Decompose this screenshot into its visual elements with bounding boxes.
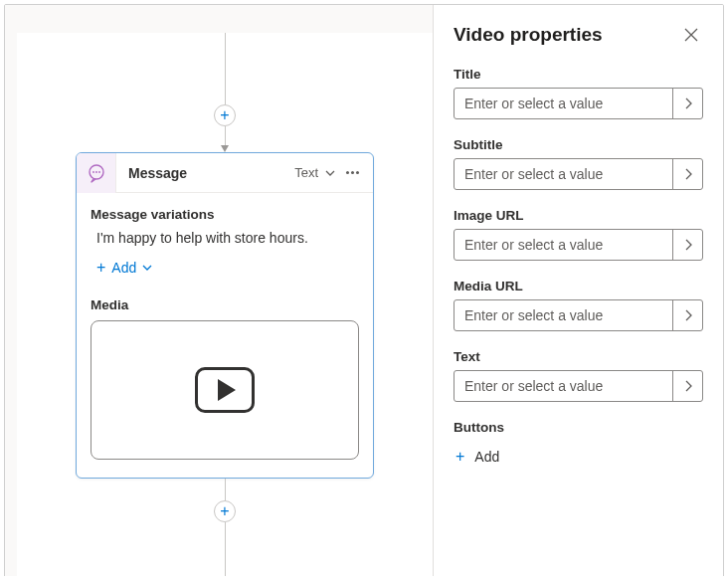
mode-label[interactable]: Text bbox=[294, 165, 318, 180]
node-body: Message variations I'm happy to help wit… bbox=[77, 193, 373, 478]
panel-title: Video properties bbox=[454, 24, 603, 46]
picker-button-media-url[interactable] bbox=[672, 300, 702, 330]
node-header: Message Text bbox=[77, 153, 373, 193]
chevron-right-icon bbox=[684, 97, 692, 109]
connector-line bbox=[225, 33, 226, 104]
node-title: Message bbox=[116, 165, 294, 181]
input-text[interactable] bbox=[455, 371, 672, 401]
close-icon bbox=[684, 28, 698, 42]
input-title[interactable] bbox=[455, 89, 672, 118]
panel-header: Video properties bbox=[454, 23, 703, 47]
plus-icon: + bbox=[96, 260, 105, 276]
arrowhead-icon bbox=[221, 145, 229, 152]
picker-button-image-url[interactable] bbox=[672, 230, 702, 260]
add-variation-button[interactable]: + Add bbox=[91, 260, 152, 276]
connector-line bbox=[225, 522, 226, 579]
field-label-title: Title bbox=[454, 67, 703, 82]
field-label-subtitle: Subtitle bbox=[454, 137, 703, 152]
more-menu-button[interactable] bbox=[342, 167, 363, 178]
input-wrap-title[interactable] bbox=[454, 88, 703, 119]
plus-icon: + bbox=[220, 503, 229, 519]
chevron-right-icon bbox=[684, 380, 692, 392]
properties-panel: Video properties Title Subtitle bbox=[433, 5, 723, 579]
chevron-right-icon bbox=[684, 168, 692, 180]
canvas-surface[interactable]: + bbox=[17, 33, 433, 579]
svg-point-2 bbox=[95, 171, 97, 173]
buttons-section: Buttons + Add bbox=[454, 420, 703, 469]
field-label-text: Text bbox=[454, 349, 703, 364]
chevron-right-icon bbox=[684, 239, 692, 251]
flow-canvas[interactable]: + bbox=[5, 5, 433, 579]
input-media-url[interactable] bbox=[455, 300, 672, 330]
close-button[interactable] bbox=[679, 23, 703, 47]
node-type-icon-box bbox=[77, 153, 116, 193]
connector-line bbox=[225, 126, 226, 146]
svg-point-1 bbox=[92, 171, 94, 173]
play-triangle-icon bbox=[218, 379, 236, 401]
input-wrap-image-url[interactable] bbox=[454, 229, 703, 261]
add-node-button-bottom[interactable]: + bbox=[214, 500, 236, 522]
svg-point-3 bbox=[98, 171, 100, 173]
chevron-right-icon bbox=[684, 309, 692, 321]
buttons-heading: Buttons bbox=[454, 420, 703, 435]
plus-icon: + bbox=[455, 449, 464, 465]
media-preview[interactable] bbox=[91, 320, 359, 460]
field-label-media-url: Media URL bbox=[454, 279, 703, 293]
bottom-edge bbox=[4, 576, 724, 584]
chat-bubble-icon bbox=[87, 163, 106, 183]
variations-heading: Message variations bbox=[91, 207, 359, 222]
picker-button-title[interactable] bbox=[672, 89, 702, 118]
media-section: Media bbox=[91, 297, 359, 460]
chevron-down-icon[interactable] bbox=[324, 167, 336, 179]
flow-column: + bbox=[66, 33, 384, 579]
input-image-url[interactable] bbox=[455, 230, 672, 260]
input-wrap-media-url[interactable] bbox=[454, 299, 703, 331]
input-subtitle[interactable] bbox=[455, 159, 672, 189]
connector-line bbox=[225, 479, 226, 500]
field-media-url: Media URL bbox=[454, 279, 703, 331]
add-button-label: Add bbox=[474, 449, 499, 465]
app-frame: + bbox=[4, 4, 724, 580]
input-wrap-text[interactable] bbox=[454, 370, 703, 402]
node-header-controls: Text bbox=[294, 165, 363, 180]
variation-text[interactable]: I'm happy to help with store hours. bbox=[91, 230, 359, 246]
add-variation-label: Add bbox=[111, 260, 136, 276]
field-title: Title bbox=[454, 67, 703, 119]
play-icon bbox=[195, 367, 255, 413]
input-wrap-subtitle[interactable] bbox=[454, 158, 703, 190]
field-image-url: Image URL bbox=[454, 208, 703, 261]
add-node-button-top[interactable]: + bbox=[214, 104, 236, 126]
plus-icon: + bbox=[220, 107, 229, 123]
field-text: Text bbox=[454, 349, 703, 402]
field-label-image-url: Image URL bbox=[454, 208, 703, 223]
chevron-down-icon bbox=[142, 263, 152, 273]
message-node[interactable]: Message Text Message variations bbox=[76, 152, 374, 479]
media-heading: Media bbox=[91, 297, 359, 312]
add-button-button[interactable]: + Add bbox=[454, 445, 501, 469]
picker-button-text[interactable] bbox=[672, 371, 702, 401]
picker-button-subtitle[interactable] bbox=[672, 159, 702, 189]
field-subtitle: Subtitle bbox=[454, 137, 703, 190]
